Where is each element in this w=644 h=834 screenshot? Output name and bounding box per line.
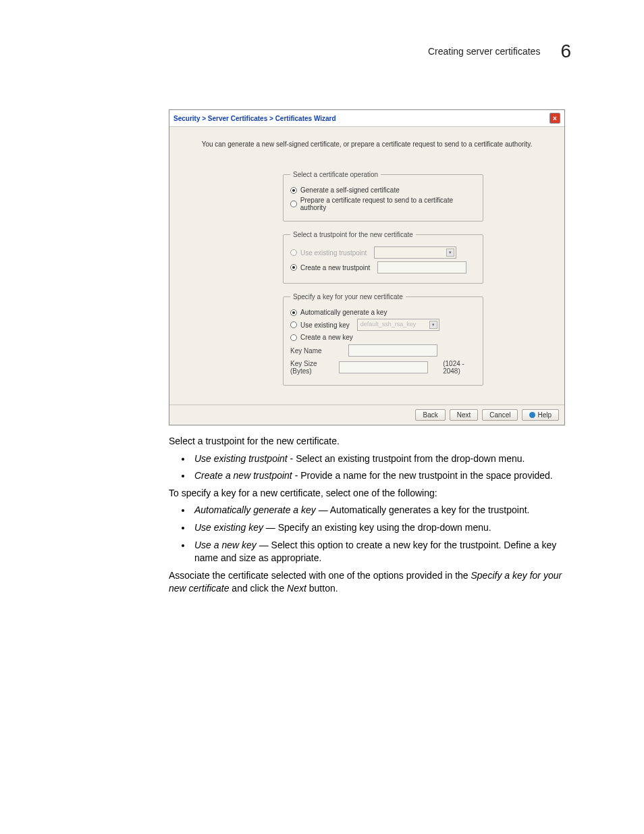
option-create-new-trustpoint[interactable]: Create a new trustpoint bbox=[290, 261, 476, 273]
option-create-new-key[interactable]: Create a new key bbox=[290, 334, 476, 341]
radio-icon bbox=[290, 309, 297, 316]
existing-key-select[interactable]: default_ssh_rsa_key ▾ bbox=[357, 319, 439, 331]
list-item: Use existing key — Specify an existing k… bbox=[192, 521, 564, 535]
term: Use existing trustpoint bbox=[194, 453, 288, 464]
option-label: Use existing key bbox=[300, 321, 350, 329]
list-item: Use a new key — Select this option to cr… bbox=[192, 539, 564, 565]
definition: — Automatically generates a key for the … bbox=[316, 504, 530, 515]
back-button[interactable]: Back bbox=[415, 409, 445, 421]
term: Create a new trustpoint bbox=[194, 470, 292, 481]
existing-trustpoint-select[interactable]: ▾ bbox=[374, 246, 456, 259]
paragraph: To specify a key for a new certificate, … bbox=[169, 487, 564, 500]
body-text: Select a trustpoint for the new certific… bbox=[169, 435, 564, 596]
paragraph: Select a trustpoint for the new certific… bbox=[169, 435, 564, 448]
radio-icon bbox=[290, 187, 297, 194]
group-select-trustpoint: Select a trustpoint for the new certific… bbox=[283, 231, 483, 284]
breadcrumb: Security > Server Certificates > Certifi… bbox=[173, 115, 336, 122]
option-use-existing-key[interactable]: Use existing key default_ssh_rsa_key ▾ bbox=[290, 319, 476, 331]
bullet-list: Use existing trustpoint - Select an exis… bbox=[169, 452, 564, 483]
term: Automatically generate a key bbox=[194, 504, 316, 515]
certificates-wizard: Security > Server Certificates > Certifi… bbox=[169, 109, 565, 425]
group-legend: Select a trustpoint for the new certific… bbox=[290, 231, 416, 238]
option-label: Generate a self-signed certificate bbox=[300, 186, 400, 194]
key-size-field: Key Size (Bytes) (1024 - 2048) bbox=[290, 360, 476, 375]
text-italic: Next bbox=[287, 583, 306, 594]
paragraph: Associate the certificate selected with … bbox=[169, 569, 564, 596]
next-button[interactable]: Next bbox=[450, 409, 479, 421]
key-size-input[interactable] bbox=[339, 361, 428, 373]
radio-icon bbox=[290, 264, 297, 271]
radio-icon bbox=[290, 334, 297, 341]
radio-icon bbox=[290, 321, 297, 328]
chapter-number: 6 bbox=[560, 41, 571, 62]
page-header: Creating server certificates 6 bbox=[169, 41, 571, 62]
text: Associate the certificate selected with … bbox=[169, 570, 471, 581]
definition: - Provide a name for the new trustpoint … bbox=[292, 470, 553, 481]
wizard-footer: Back Next Cancel Help bbox=[169, 405, 564, 425]
text: and click the bbox=[229, 583, 287, 594]
help-button[interactable]: Help bbox=[522, 409, 559, 421]
group-legend: Specify a key for your new certificate bbox=[290, 293, 406, 301]
field-label: Key Name bbox=[290, 347, 340, 355]
radio-icon bbox=[290, 201, 297, 207]
group-legend: Select a certificate operation bbox=[290, 171, 381, 178]
option-label: Create a new trustpoint bbox=[300, 264, 370, 271]
list-item: Create a new trustpoint - Provide a name… bbox=[192, 469, 564, 483]
text: button. bbox=[306, 583, 338, 594]
option-label: Prepare a certificate request to send to… bbox=[300, 197, 476, 211]
wizard-intro: You can generate a new self-signed certi… bbox=[169, 127, 564, 161]
help-icon bbox=[529, 412, 535, 418]
option-label: Automatically generate a key bbox=[300, 309, 387, 316]
button-label: Back bbox=[423, 411, 437, 419]
new-trustpoint-input[interactable] bbox=[377, 261, 466, 273]
cancel-button[interactable]: Cancel bbox=[482, 409, 518, 421]
option-label: Use existing trustpoint bbox=[300, 249, 367, 257]
field-label: Key Size (Bytes) bbox=[290, 360, 331, 375]
term: Use existing key bbox=[194, 522, 263, 533]
close-icon[interactable]: × bbox=[549, 113, 560, 124]
bullet-list: Automatically generate a key — Automatic… bbox=[169, 504, 564, 565]
button-label: Help bbox=[537, 411, 552, 419]
option-prepare-request[interactable]: Prepare a certificate request to send to… bbox=[290, 197, 476, 211]
header-title: Creating server certificates bbox=[428, 46, 541, 57]
radio-icon bbox=[290, 249, 297, 256]
key-name-field: Key Name bbox=[290, 344, 476, 357]
definition: — Specify an existing key using the drop… bbox=[263, 522, 491, 533]
chevron-down-icon: ▾ bbox=[429, 321, 437, 329]
chevron-down-icon: ▾ bbox=[446, 249, 454, 257]
option-auto-generate-key[interactable]: Automatically generate a key bbox=[290, 309, 476, 316]
key-size-hint: (1024 - 2048) bbox=[443, 360, 476, 375]
definition: - Select an existing trustpoint from the… bbox=[288, 453, 525, 464]
list-item: Use existing trustpoint - Select an exis… bbox=[192, 452, 564, 466]
list-item: Automatically generate a key — Automatic… bbox=[192, 504, 564, 517]
option-label: Create a new key bbox=[300, 334, 353, 341]
option-use-existing-trustpoint[interactable]: Use existing trustpoint ▾ bbox=[290, 246, 476, 259]
wizard-titlebar: Security > Server Certificates > Certifi… bbox=[169, 110, 564, 127]
group-select-operation: Select a certificate operation Generate … bbox=[283, 171, 483, 221]
key-name-input[interactable] bbox=[348, 344, 437, 357]
option-generate-self-signed[interactable]: Generate a self-signed certificate bbox=[290, 186, 476, 194]
button-label: Cancel bbox=[489, 411, 510, 419]
term: Use a new key bbox=[194, 540, 257, 550]
group-specify-key: Specify a key for your new certificate A… bbox=[283, 293, 483, 386]
button-label: Next bbox=[457, 411, 471, 419]
existing-key-value: default_ssh_rsa_key bbox=[358, 321, 417, 328]
